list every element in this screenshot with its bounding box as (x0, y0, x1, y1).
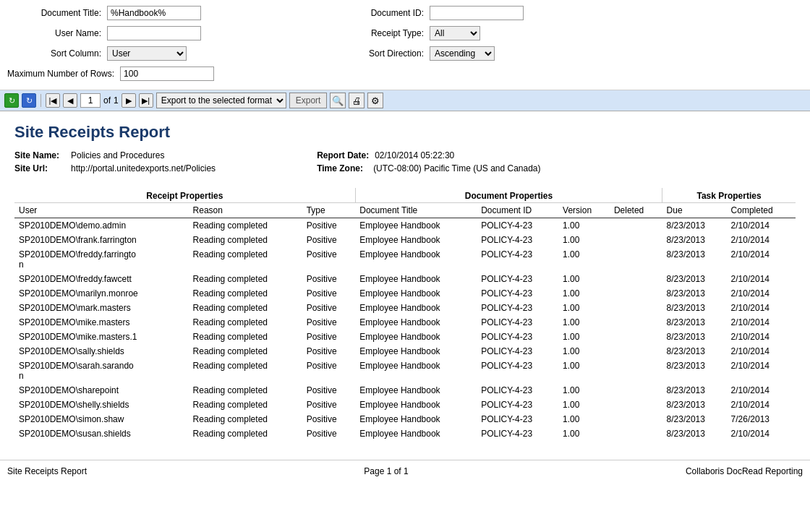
table-row: SP2010DEMO\marilyn.monroeReading complet… (14, 286, 796, 301)
site-url-label: Site Url: (14, 163, 65, 173)
col-reason: Reason (189, 203, 302, 218)
table-row: SP2010DEMO\demo.adminReading completedPo… (14, 218, 796, 233)
user-name-input[interactable] (107, 26, 201, 40)
print-icon[interactable]: 🖨 (349, 93, 364, 108)
footer-center: Page 1 of 1 (364, 466, 408, 476)
column-header-row: User Reason Type Document Title Document… (14, 203, 796, 218)
find-icon[interactable]: 🔍 (330, 93, 346, 108)
max-rows-input[interactable] (120, 66, 214, 81)
document-title-label: Document Title: (7, 8, 101, 18)
sort-column-select[interactable]: User Document Title Date (107, 46, 187, 61)
task-properties-header: Task Properties (662, 188, 796, 203)
site-url-value: http://portal.unitedexports.net/Policies (71, 163, 216, 173)
col-doc-id: Document ID (477, 203, 558, 218)
toolbar: ↻ ↻ |◀ ◀ of 1 ▶ ▶| Export to the selecte… (0, 90, 810, 111)
refresh-button[interactable]: ↻ (4, 93, 19, 108)
sort-direction-label: Sort Direction: (330, 48, 424, 59)
section-header-row: Receipt Properties Document Properties T… (14, 188, 796, 203)
report-content: Site Receipts Report Site Name: Policies… (0, 111, 810, 452)
max-rows-label: Maximum Number of Rows: (7, 69, 114, 79)
footer-left: Site Receipts Report (7, 466, 87, 476)
table-row: SP2010DEMO\shelly.shieldsReading complet… (14, 398, 796, 412)
time-zone-label: Time Zone: (317, 163, 367, 173)
table-row: SP2010DEMO\freddy.fawcettReading complet… (14, 272, 796, 286)
col-user: User (14, 203, 189, 218)
footer-right: Collaboris DocRead Reporting (686, 466, 803, 476)
next-page-button[interactable]: ▶ (122, 93, 136, 108)
receipt-type-select[interactable]: All Positive Negative (430, 26, 480, 40)
report-table-body: SP2010DEMO\demo.adminReading completedPo… (14, 218, 796, 442)
table-row: SP2010DEMO\sally.shieldsReading complete… (14, 344, 796, 359)
table-row: SP2010DEMO\mike.masters.1Reading complet… (14, 330, 796, 344)
export-button[interactable]: Export (289, 93, 328, 108)
filter-area: Document Title: User Name: Sort Column: … (0, 0, 810, 90)
toolbar-separator-1 (40, 94, 41, 107)
page-total-label: 1 (114, 95, 119, 106)
report-date-value: 02/10/2014 05:22:30 (375, 150, 454, 160)
document-id-label: Document ID: (330, 8, 424, 18)
table-row: SP2010DEMO\susan.shieldsReading complete… (14, 426, 796, 441)
report-title: Site Receipts Report (14, 123, 796, 142)
report-meta: Site Name: Policies and Procedures Site … (14, 150, 796, 173)
receipt-properties-header: Receipt Properties (14, 188, 355, 203)
time-zone-value: (UTC-08:00) Pacific Time (US and Canada) (373, 163, 540, 173)
document-title-input[interactable] (107, 6, 201, 20)
user-name-label: User Name: (7, 28, 101, 38)
col-type: Type (302, 203, 356, 218)
col-doc-title: Document Title (355, 203, 477, 218)
document-properties-header: Document Properties (355, 188, 662, 203)
page-current-input[interactable] (80, 93, 101, 108)
document-id-input[interactable] (430, 6, 524, 20)
receipt-type-label: Receipt Type: (330, 28, 424, 38)
table-row: SP2010DEMO\sarah.sarando nReading comple… (14, 359, 796, 383)
prev-page-button[interactable]: ◀ (63, 93, 77, 108)
site-name-label: Site Name: (14, 150, 65, 160)
table-row: SP2010DEMO\sharepointReading completedPo… (14, 383, 796, 398)
col-version: Version (558, 203, 610, 218)
settings-icon[interactable]: ⚙ (367, 93, 383, 108)
page-of-label: of (103, 95, 111, 106)
table-row: SP2010DEMO\mike.mastersReading completed… (14, 315, 796, 330)
reload-button[interactable]: ↻ (22, 93, 36, 108)
report-footer: Site Receipts Report Page 1 of 1 Collabo… (0, 460, 810, 482)
report-date-label: Report Date: (317, 150, 369, 160)
col-deleted: Deleted (610, 203, 662, 218)
site-name-value: Policies and Procedures (71, 150, 164, 160)
col-due: Due (662, 203, 727, 218)
col-completed: Completed (727, 203, 796, 218)
table-row: SP2010DEMO\simon.shawReading completedPo… (14, 412, 796, 426)
sort-direction-select[interactable]: Ascending Descending (430, 46, 495, 61)
sort-column-label: Sort Column: (7, 48, 101, 59)
first-page-button[interactable]: |◀ (46, 93, 60, 108)
table-row: SP2010DEMO\freddy.farringto nReading com… (14, 247, 796, 272)
table-row: SP2010DEMO\frank.farringtonReading compl… (14, 233, 796, 247)
table-row: SP2010DEMO\mark.mastersReading completed… (14, 301, 796, 315)
last-page-button[interactable]: ▶| (139, 93, 153, 108)
export-format-select[interactable]: Export to the selected format PDF Excel … (156, 93, 286, 108)
report-table: Receipt Properties Document Properties T… (14, 188, 796, 441)
